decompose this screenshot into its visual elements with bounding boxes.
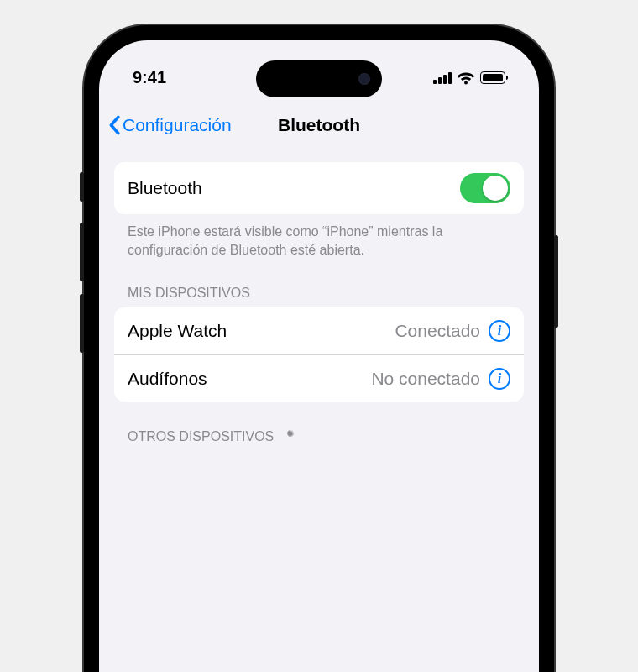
toggle-knob-icon — [483, 176, 508, 201]
other-devices-header: OTROS DISPOSITIVOS — [114, 402, 524, 452]
device-status: No conectado — [371, 369, 480, 389]
bluetooth-toggle-group: Bluetooth — [114, 162, 524, 214]
cellular-icon — [433, 72, 452, 84]
bluetooth-label: Bluetooth — [128, 178, 202, 198]
device-name: Audífonos — [128, 369, 207, 389]
screen: 9:41 Con — [99, 40, 539, 672]
volume-up-button — [80, 223, 84, 281]
bluetooth-toggle-row[interactable]: Bluetooth — [114, 162, 524, 214]
info-icon[interactable]: i — [489, 368, 510, 390]
bluetooth-visibility-note: Este iPhone estará visible como “iPhone”… — [114, 214, 524, 259]
nav-bar: Configuración Bluetooth — [99, 103, 539, 147]
back-button[interactable]: Configuración — [107, 115, 232, 135]
content: Bluetooth Este iPhone estará visible com… — [99, 162, 539, 672]
mute-switch — [80, 172, 84, 202]
bluetooth-toggle[interactable] — [460, 173, 510, 203]
phone-frame: 9:41 Con — [84, 25, 554, 672]
status-time: 9:41 — [133, 68, 166, 87]
chevron-left-icon — [107, 115, 121, 135]
front-camera-icon — [358, 73, 370, 85]
phone-bezel: 9:41 Con — [89, 30, 549, 672]
dynamic-island — [256, 60, 382, 97]
device-name: Apple Watch — [128, 321, 227, 341]
page-title: Bluetooth — [278, 115, 360, 135]
my-devices-header: MIS DISPOSITIVOS — [114, 259, 524, 307]
spinner-icon — [282, 428, 299, 445]
wifi-icon — [458, 71, 474, 85]
device-row[interactable]: Apple Watch Conectado i — [114, 307, 524, 354]
status-icons — [433, 71, 505, 85]
device-row[interactable]: Audífonos No conectado i — [114, 354, 524, 402]
battery-icon — [480, 71, 505, 84]
info-icon[interactable]: i — [489, 320, 510, 342]
back-label: Configuración — [123, 115, 232, 135]
volume-down-button — [80, 294, 84, 353]
my-devices-list: Apple Watch Conectado i Audífonos No con… — [114, 307, 524, 402]
device-status: Conectado — [395, 321, 480, 341]
power-button — [554, 235, 558, 328]
